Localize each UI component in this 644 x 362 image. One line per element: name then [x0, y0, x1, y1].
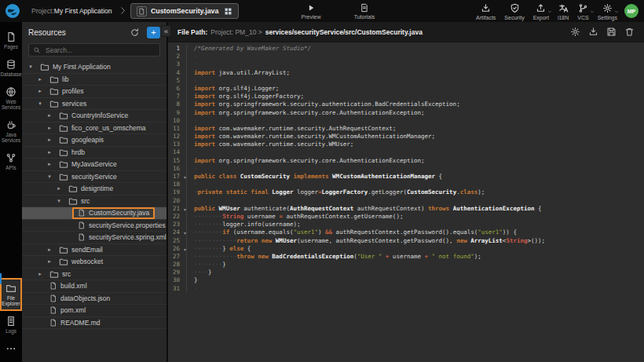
chevron-collapsed-icon[interactable]: ▸ [46, 247, 53, 253]
project-label: Project: [31, 7, 54, 15]
preview-button[interactable]: Preview [295, 3, 327, 20]
code-line-23[interactable]: 23 ········logger.info(username); [168, 221, 644, 229]
code-line-4[interactable]: 4 import java.util.ArrayList; [168, 69, 644, 77]
code-line-10[interactable]: 10 · [168, 117, 644, 125]
tree-file-customsecurity-java[interactable]: CustomSecurity.java [22, 207, 166, 220]
artifacts-button[interactable]: Artifacts [476, 3, 496, 20]
chevron-collapsed-icon[interactable]: ▸ [36, 76, 44, 82]
chevron-collapsed-icon[interactable]: ▸ [46, 137, 53, 143]
chevron-expanded-icon[interactable]: ▾ [55, 198, 63, 204]
sidebar-item-databases[interactable]: Databases [0, 54, 22, 82]
save-button[interactable] [606, 27, 617, 37]
code-line-16[interactable]: 16 · [168, 165, 644, 173]
tree-folder-myjavaservice[interactable]: ▸MyJavaService [22, 159, 166, 171]
tree-folder-securityservice[interactable]: ▾securityService [22, 171, 166, 184]
chevron-collapsed-icon[interactable]: ▸ [36, 271, 44, 277]
globe-icon [5, 86, 16, 97]
code-line-19[interactable]: 19 ·private static final Logger logger=L… [168, 188, 644, 196]
refresh-button[interactable] [130, 27, 140, 38]
add-resource-button[interactable]: + [147, 27, 160, 38]
tree-folder-designtime[interactable]: ▸designtime [22, 183, 166, 196]
chevron-expanded-icon[interactable]: ▾ [46, 174, 53, 180]
chevron-collapsed-icon[interactable]: ▸ [36, 88, 44, 94]
tree-folder-services[interactable]: ▾services [22, 98, 166, 111]
code-line-27[interactable]: 27 ············throw new BadCredentialsE… [168, 253, 644, 261]
sidebar-item-apis[interactable]: APIs [0, 148, 22, 175]
tree-file-pom-xml[interactable]: pom.xml [22, 305, 166, 317]
code-line-20[interactable]: 20 · [168, 197, 644, 205]
code-line-3[interactable]: 3 · [168, 60, 644, 68]
tree-folder-my-first-application[interactable]: ▾My First Application [22, 61, 166, 74]
code-line-21[interactable]: 21▾ public WMUser authenticate(AuthReque… [168, 205, 644, 213]
chevron-expanded-icon[interactable]: ▾ [36, 101, 44, 107]
code-line-29[interactable]: 29 ····} [168, 269, 644, 276]
chevron-collapsed-icon[interactable]: ▸ [55, 185, 63, 192]
grid-icon[interactable] [224, 7, 232, 16]
collapse-panel-button[interactable]: « [161, 25, 171, 37]
chevron-collapsed-icon[interactable]: ▸ [46, 112, 53, 119]
code-line-15[interactable]: 15 import org.springframework.security.c… [168, 157, 644, 165]
code-line-26[interactable]: 26▾ ········} else { [168, 245, 644, 253]
code-line-9[interactable]: 9 import org.springframework.security.co… [168, 109, 644, 117]
tree-folder-lib[interactable]: ▸lib [22, 74, 166, 86]
code-line-8[interactable]: 8 import org.springframework.security.au… [168, 101, 644, 108]
vcs-button[interactable]: VCS [577, 3, 588, 20]
code-line-24[interactable]: 24▾ ········if (username.equals("user1")… [168, 229, 644, 236]
avatar[interactable]: MP [624, 4, 639, 18]
tree-file-readme-md[interactable]: README.md [22, 317, 166, 330]
tree-file-dataobjects-json[interactable]: dataObjects.json [22, 293, 166, 305]
chevron-collapsed-icon[interactable]: ▸ [46, 161, 53, 167]
settings-button[interactable]: Settings [598, 3, 617, 20]
security-button[interactable]: Security [504, 3, 524, 20]
tree-file-securityservice-properties[interactable]: securityService.properties [22, 220, 166, 232]
code-line-7[interactable]: 7 import org.slf4j.LoggerFactory; [168, 93, 644, 101]
tree-folder-websocket[interactable]: ▸websocket [22, 256, 166, 269]
sidebar-item-more-options[interactable] [0, 338, 22, 359]
code-line-14[interactable]: 14 · [168, 148, 644, 156]
sidebar-item-pages[interactable]: Pages [0, 27, 22, 54]
code-line-25[interactable]: 25 ············return new WMUser(usernam… [168, 237, 644, 245]
code-line-11[interactable]: 11 import com.wavemaker.runtime.security… [168, 125, 644, 133]
project-breadcrumb[interactable]: Project:My First Application [31, 0, 112, 22]
wavemaker-logo-icon[interactable] [5, 3, 20, 19]
tree-file-securityservice-spring-xml[interactable]: securityService.spring.xml [22, 232, 166, 244]
tree-folder-sendemail[interactable]: ▸sendEmail [22, 244, 166, 257]
code-line-30[interactable]: 30 } [168, 276, 644, 284]
sidebar-item-file-explorer[interactable]: File Explorer [0, 278, 22, 311]
code-line-13[interactable]: 13 import com.wavemaker.runtime.security… [168, 141, 644, 148]
code-line-1[interactable]: 1 /*Generated by WaveMaker Studio*/ [168, 45, 644, 53]
code-line-28[interactable]: 28 ········} [168, 261, 644, 269]
line-number: 3 [168, 60, 187, 68]
code-line-5[interactable]: 5 · [168, 77, 644, 85]
tree-folder-src[interactable]: ▾src [22, 196, 166, 208]
code-line-17[interactable]: 17▾ public class CustomSecurity implemen… [168, 173, 644, 181]
code-line-6[interactable]: 6 import org.slf4j.Logger; [168, 85, 644, 93]
tree-folder-fico-core-us-omschema[interactable]: ▸fico_core_us_omschema [22, 122, 166, 135]
sidebar-item-logs[interactable]: Logs [0, 311, 22, 338]
export-button[interactable]: Export [533, 3, 549, 20]
tree-folder-countryinfoservice[interactable]: ▸CountryInfoService [22, 110, 166, 122]
i18n-button[interactable]: i18N [558, 3, 569, 20]
code-line-22[interactable]: 22 ········String username = authRequest… [168, 213, 644, 221]
code-line-18[interactable]: 18 · [168, 181, 644, 188]
code-line-2[interactable]: 2 · [168, 53, 644, 60]
tree-folder-src[interactable]: ▸src [22, 269, 166, 281]
delete-button[interactable] [624, 27, 635, 37]
code-line-12[interactable]: 12 import com.wavemaker.runtime.security… [168, 133, 644, 141]
chevron-collapsed-icon[interactable]: ▸ [46, 125, 53, 131]
code-line-31[interactable]: 31 · [168, 285, 644, 293]
settings-button[interactable] [570, 27, 580, 37]
tutorials-button[interactable]: Tutorials [349, 3, 380, 20]
tree-folder-googleapis[interactable]: ▸googleapis [22, 134, 166, 147]
chevron-expanded-icon[interactable]: ▾ [27, 64, 35, 70]
sidebar-item-java-services[interactable]: Java Services [0, 115, 22, 148]
tree-file-build-xml[interactable]: build.xml [22, 280, 166, 293]
chevron-collapsed-icon[interactable]: ▸ [46, 149, 53, 155]
sidebar-item-web-services[interactable]: Web Services [0, 82, 22, 115]
tab-customsecurity-java[interactable]: CustomSecurity.java [130, 3, 239, 19]
tree-folder-hrdb[interactable]: ▸hrdb [22, 147, 166, 159]
tree-folder-profiles[interactable]: ▸profiles [22, 86, 166, 98]
download-button[interactable] [588, 27, 598, 37]
search-input[interactable] [44, 46, 156, 55]
chevron-collapsed-icon[interactable]: ▸ [46, 258, 53, 265]
